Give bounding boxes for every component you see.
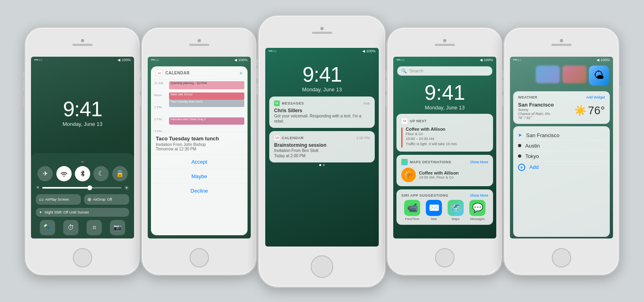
vol-down-5[interactable]	[502, 95, 504, 107]
brightness-low-icon: ☀	[36, 185, 40, 190]
volume-up-button[interactable]	[23, 80, 25, 91]
vol-down-4[interactable]	[386, 95, 387, 107]
vol-up-2[interactable]	[140, 80, 142, 91]
notif-header-messages: ✉ MESSAGES now	[274, 101, 370, 106]
calendar-app-name: CALENDAR	[282, 136, 304, 140]
date-4: Monday, June 13	[393, 105, 496, 111]
weather-city: San Francisco	[518, 102, 554, 108]
siri-app-messages[interactable]: 💬 Messages	[469, 200, 485, 221]
home-button-1[interactable]	[73, 248, 92, 267]
home-button-5[interactable]	[552, 248, 571, 267]
wifi-button[interactable]	[56, 166, 72, 181]
status-bar-2: •••○○ ◀ 100%	[148, 57, 251, 63]
up-next-title: UP NEXT	[410, 119, 427, 123]
camera-button[interactable]: 📷	[110, 220, 125, 235]
airdrop-label: AirDrop: Off	[93, 197, 112, 201]
close-button[interactable]: ×	[239, 70, 243, 76]
time-area-1: 9:41 Monday, June 13	[31, 63, 134, 153]
messages-app-icon: ✉	[274, 101, 280, 106]
airplane-mode-button[interactable]: ✈	[37, 166, 53, 181]
timer-button[interactable]: ⏱	[63, 220, 78, 235]
maps-dest-details: Coffee with Allison 10:00 AM, Flour & Co	[419, 171, 459, 179]
status-signal-4: •••○○	[396, 58, 405, 62]
calendar-grid: 11 AM Noon 1 PM 2 PM 3 PM Quarterly plan…	[151, 80, 248, 132]
maps-app-icon: 🗺️	[448, 200, 464, 216]
siri-widget-title: SIRI APP SUGGESTIONS	[401, 193, 448, 197]
night-shift-button[interactable]: ✦ Night Shift: Off Until Sunset	[36, 208, 129, 217]
brightness-high-icon: ☀	[124, 185, 129, 191]
weather-widget: WEATHER Add Widget San Francisco Sunny C…	[513, 91, 610, 124]
add-location-label: Add	[529, 164, 539, 170]
accept-button[interactable]: Accept	[151, 154, 248, 169]
up-next-time: 10:00 – 10:30 AM	[406, 136, 458, 142]
brightness-fill	[42, 187, 90, 189]
power-5[interactable]	[619, 86, 621, 104]
status-signal: •••○○	[34, 58, 42, 62]
weather-temp: 76°	[588, 104, 605, 117]
maps-destination: 🥐 Coffee with Allison 10:00 AM, Flour & …	[401, 168, 488, 182]
vol-down-2[interactable]	[140, 95, 142, 107]
speaker-4	[435, 44, 455, 46]
control-center: ⌄ ✈ ☾ 🔒 ☀	[31, 153, 134, 238]
flashlight-button[interactable]: 🔦	[40, 220, 55, 235]
airdrop-icon: ⊕	[87, 197, 91, 202]
vol-up-5[interactable]	[502, 80, 504, 91]
up-next-header: 13 UP NEXT	[401, 118, 488, 124]
rotation-lock-button[interactable]: 🔒	[112, 166, 128, 181]
mute-3	[257, 59, 258, 66]
siri-app-maps[interactable]: 🗺️ Maps	[448, 200, 464, 221]
mail-label: Mail	[431, 217, 437, 221]
volume-down-button[interactable]	[23, 95, 25, 107]
search-bar[interactable]: 🔍 Search	[397, 66, 492, 76]
location-san-francisco[interactable]: ➤ San Francisco	[518, 130, 605, 141]
camera-dot-2	[198, 39, 201, 42]
weather-widget-header: WEATHER Add Widget	[518, 95, 605, 99]
siri-app-facetime[interactable]: 📹 FaceTime	[404, 200, 420, 221]
home-button-3[interactable]	[311, 255, 333, 278]
bluetooth-button[interactable]	[75, 166, 90, 181]
siri-apps: 📹 FaceTime ✉️ Mail 🗺️ Maps 💬	[401, 200, 488, 221]
notif-header-calendar: 13 CALENDAR 2:00 PM	[274, 135, 370, 141]
vol-up-4[interactable]	[386, 80, 387, 91]
up-next-note: Traffic is light. It will take 19 min.	[406, 142, 458, 147]
calendar-time: 2:00 PM	[356, 136, 370, 140]
event-bake-sale: Bake sale School	[169, 92, 244, 100]
brightness-slider[interactable]: ☀ ☀	[36, 185, 129, 191]
calculator-button[interactable]: ⌗	[87, 220, 102, 235]
messages-notification[interactable]: ✉ MESSAGES now Chris Sillers Got your vo…	[269, 97, 375, 128]
airplay-label: AirPlay Screen	[45, 197, 69, 201]
siri-show-more[interactable]: Show More	[470, 193, 488, 197]
siri-widget: SIRI APP SUGGESTIONS Show More 📹 FaceTim…	[396, 189, 493, 225]
status-signal-5: •••○○	[513, 58, 521, 62]
search-icon: 🔍	[401, 68, 407, 74]
facetime-icon: 📹	[404, 200, 420, 216]
location-tokyo[interactable]: Tokyo	[518, 151, 605, 162]
weather-app-icon[interactable]: 🌤	[589, 66, 609, 86]
maps-widget: MAPS DESTINATIONS Show More 🥐 Coffee wit…	[396, 155, 493, 186]
do-not-disturb-button[interactable]: ☾	[93, 166, 109, 181]
home-button-4[interactable]	[435, 248, 454, 267]
add-widget-button[interactable]: Add Widget	[586, 95, 605, 99]
siri-title-row: SIRI APP SUGGESTIONS	[401, 193, 448, 197]
vol-up-3[interactable]	[257, 68, 258, 79]
calendar-notification[interactable]: 13 CALENDAR 2:00 PM Brainstorming sessio…	[269, 131, 375, 162]
siri-app-mail[interactable]: ✉️ Mail	[426, 200, 442, 221]
add-location[interactable]: + Add	[518, 162, 605, 173]
clock-1: 9:41	[63, 97, 102, 121]
detail-sub1: Invitation From John Bishop	[156, 142, 243, 147]
notif-app-calendar: 13 CALENDAR	[274, 135, 304, 141]
decline-button[interactable]: Decline	[151, 183, 248, 198]
airdrop-button[interactable]: ⊕ AirDrop: Off	[84, 194, 129, 205]
weather-description: Sunny	[518, 108, 554, 112]
maybe-button[interactable]: Maybe	[151, 169, 248, 183]
maps-show-more[interactable]: Show More	[470, 160, 488, 164]
time-area-3: 9:41 Monday, June 13	[265, 54, 379, 97]
maps-app-label: Maps	[452, 217, 460, 221]
dot-1	[319, 164, 321, 166]
airplay-button[interactable]: ▭ AirPlay Screen	[36, 194, 81, 205]
notifications-panel: ✉ MESSAGES now Chris Sillers Got your vo…	[265, 97, 379, 162]
status-signal-2: •••○○	[151, 58, 159, 62]
location-austin[interactable]: Austin	[518, 141, 605, 151]
home-button-2[interactable]	[190, 248, 209, 267]
vol-down-3[interactable]	[257, 83, 258, 95]
